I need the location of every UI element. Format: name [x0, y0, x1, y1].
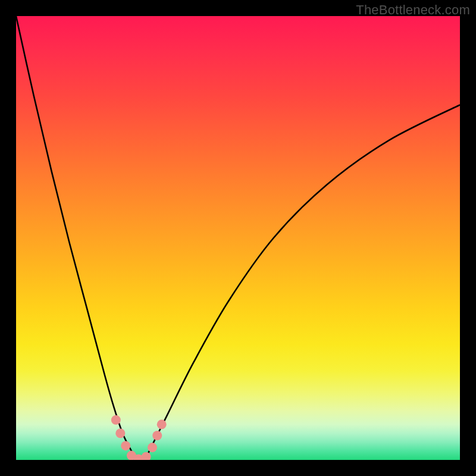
data-marker — [142, 452, 151, 460]
bottleneck-curve — [16, 16, 460, 460]
data-marker — [111, 415, 121, 425]
chart-frame: TheBottleneck.com — [0, 0, 476, 476]
curve-path — [16, 16, 460, 460]
data-marker — [115, 428, 125, 438]
data-marker — [121, 441, 130, 450]
plot-area — [16, 16, 460, 460]
data-marker — [152, 431, 162, 440]
data-marker — [157, 419, 167, 429]
data-marker — [148, 443, 157, 452]
watermark-text: TheBottleneck.com — [356, 2, 470, 18]
